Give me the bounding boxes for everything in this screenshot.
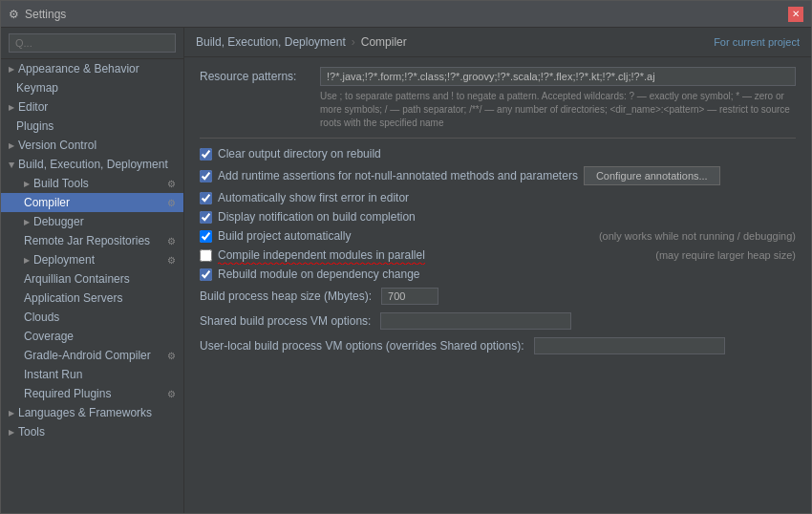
checkbox-row-runtime: Add runtime assertions for not-null-anno… [200,163,796,188]
build-automatically-label: Build project automatically [218,229,351,243]
checkbox-row-clear-output: Clear output directory on rebuild [200,144,796,163]
titlebar: ⚙ Settings ✕ [1,1,811,28]
user-local-vm-row: User-local build process VM options (ove… [200,333,796,358]
main-content: Build, Execution, Deployment › Compiler … [184,28,811,513]
sidebar-item-appearance[interactable]: ▶ Appearance & Behavior [1,59,183,78]
breadcrumb-part1: Build, Execution, Deployment [196,35,346,49]
expand-arrow-icon: ▶ [9,428,14,437]
sidebar-item-required-plugins[interactable]: Required Plugins ⚙ [1,384,183,403]
breadcrumb: Build, Execution, Deployment › Compiler … [184,28,811,57]
sidebar-item-arquillian[interactable]: Arquillian Containers [1,269,183,289]
gradle-android-row: Gradle-Android Compiler ⚙ [24,349,176,362]
expand-arrow-icon: ▶ [9,65,14,74]
sidebar-item-gradle-android[interactable]: Gradle-Android Compiler ⚙ [1,346,183,365]
expand-arrow-icon: ▶ [9,141,14,150]
shared-vm-row: Shared build process VM options: [200,309,796,333]
sidebar-item-version-control[interactable]: ▶ Version Control [1,136,183,155]
sidebar-item-plugins[interactable]: Plugins [1,117,183,136]
add-runtime-label: Add runtime assertions for not-null-anno… [218,169,578,182]
expand-arrow-icon: ▶ [9,103,14,112]
build-auto-left: Build project automatically [200,229,351,243]
window-title: ⚙ Settings [9,8,66,21]
sidebar-item-debugger[interactable]: ▶ Debugger [1,212,183,231]
sidebar-item-coverage[interactable]: Coverage [1,327,183,346]
shared-vm-input[interactable] [380,312,571,330]
settings-icon: ⚙ [167,198,176,208]
user-local-vm-input[interactable] [534,337,725,354]
sidebar-item-compiler[interactable]: Compiler ⚙ [1,193,183,212]
clear-output-label: Clear output directory on rebuild [218,147,381,161]
checkbox-row-auto-show: Automatically show first error in editor [200,188,796,207]
resource-field-wrap: Use ; to separate patterns and ! to nega… [320,67,796,130]
sidebar-item-keymap[interactable]: Keymap [1,78,183,97]
settings-icon: ⚙ [167,179,176,189]
resource-patterns-help: Use ; to separate patterns and ! to nega… [320,90,796,130]
sidebar-item-build-execution[interactable]: ▶ Build, Execution, Deployment [1,155,183,174]
heap-size-label: Build process heap size (Mbytes): [200,289,372,303]
expand-arrow-icon: ▶ [24,180,30,188]
sidebar-item-editor[interactable]: ▶ Editor [1,97,183,117]
error-squiggle [218,262,425,265]
auto-show-error-checkbox[interactable] [200,192,212,204]
expand-arrow-icon: ▶ [24,218,30,226]
configure-annotations-button[interactable]: Configure annotations... [584,166,720,185]
sidebar-item-build-tools[interactable]: ▶ Build Tools ⚙ [1,174,183,193]
search-input[interactable] [9,33,176,53]
shared-vm-label: Shared build process VM options: [200,314,371,328]
sidebar-item-languages[interactable]: ▶ Languages & Frameworks [1,403,183,422]
settings-window: ⚙ Settings ✕ ▶ Appearance & Behavior Key… [0,0,812,514]
sidebar-item-instant-run[interactable]: Instant Run [1,365,183,384]
user-local-vm-label: User-local build process VM options (ove… [200,339,524,353]
resource-patterns-input[interactable] [320,67,796,86]
checkbox-row-notification: Display notification on build completion [200,207,796,226]
display-notification-label: Display notification on build completion [218,210,416,224]
checkbox-row-compile-independent: Compile independent modules in parallel … [200,246,796,265]
divider [200,138,796,139]
resource-patterns-label: Resource patterns: [200,67,314,83]
search-box [1,28,183,59]
remote-jar-row: Remote Jar Repositories ⚙ [24,234,176,247]
sidebar: ▶ Appearance & Behavior Keymap ▶ Editor … [1,28,184,513]
display-notification-checkbox[interactable] [200,211,212,224]
sidebar-item-deployment[interactable]: ▶ Deployment ⚙ [1,250,183,269]
sidebar-item-app-servers[interactable]: Application Servers [1,289,183,308]
checkbox-row-build-auto: Build project automatically (only works … [200,226,796,246]
compile-independent-text: Compile independent modules in parallel [218,248,425,262]
for-current-project-link[interactable]: For current project [714,36,800,48]
build-automatically-note: (only works while not running / debuggin… [599,230,796,242]
deployment-row: ▶ Deployment ⚙ [24,253,176,267]
compile-independent-note: (may require larger heap size) [655,249,796,261]
compile-independent-left: Compile independent modules in parallel [200,248,425,262]
close-button[interactable]: ✕ [788,7,803,22]
gear-icon: ⚙ [9,8,19,21]
breadcrumb-part2: Compiler [361,35,407,49]
checkbox-row-rebuild: Rebuild module on dependency change [200,265,796,284]
main-area: ▶ Appearance & Behavior Keymap ▶ Editor … [1,28,811,513]
heap-size-row: Build process heap size (Mbytes): [200,284,796,309]
expand-arrow-icon: ▶ [24,256,30,265]
sidebar-item-clouds[interactable]: Clouds [1,308,183,327]
expand-arrow-icon: ▶ [9,409,14,418]
required-plugins-row: Required Plugins ⚙ [24,387,176,400]
resource-patterns-row: Resource patterns: Use ; to separate pat… [200,67,796,130]
compile-independent-checkbox[interactable] [200,249,212,262]
rebuild-module-checkbox[interactable] [200,268,212,281]
sidebar-content: ▶ Appearance & Behavior Keymap ▶ Editor … [1,59,183,513]
compiler-row: Compiler ⚙ [24,196,176,209]
rebuild-module-label: Rebuild module on dependency change [218,268,420,281]
compile-independent-label: Compile independent modules in parallel [218,248,425,262]
expand-arrow-icon: ▶ [8,161,16,167]
add-runtime-checkbox[interactable] [200,170,212,182]
sidebar-item-remote-jar[interactable]: Remote Jar Repositories ⚙ [1,231,183,250]
settings-icon: ⚙ [167,351,176,361]
settings-icon: ⚙ [167,236,176,246]
clear-output-checkbox[interactable] [200,148,212,161]
build-tools-row: ▶ Build Tools ⚙ [24,177,176,190]
auto-show-label: Automatically show first error in editor [218,191,409,204]
breadcrumb-separator: › [352,35,355,49]
sidebar-item-tools[interactable]: ▶ Tools [1,422,183,441]
settings-icon: ⚙ [167,389,176,399]
build-automatically-checkbox[interactable] [200,230,212,243]
content-body: Resource patterns: Use ; to separate pat… [184,57,811,513]
heap-size-input[interactable] [381,288,438,305]
